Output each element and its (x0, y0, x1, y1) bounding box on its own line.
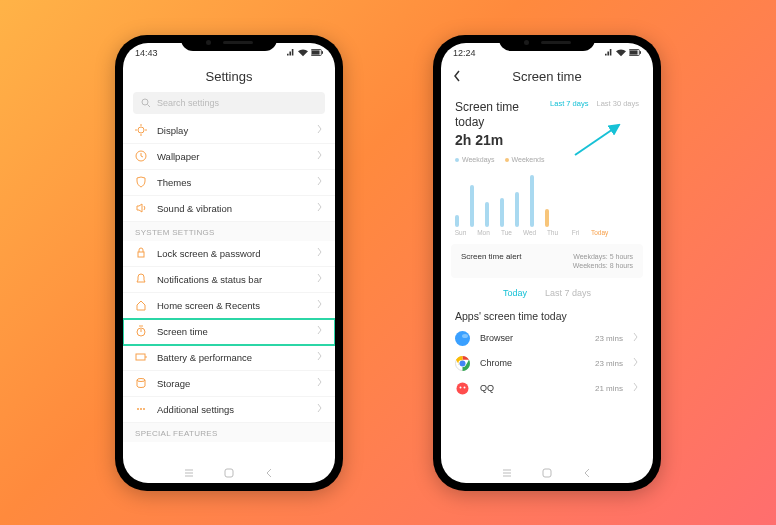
settings-row-clock[interactable]: Wallpaper (123, 144, 335, 170)
svg-rect-11 (138, 252, 144, 257)
tab-today[interactable]: Today (503, 288, 527, 298)
svg-point-32 (460, 360, 466, 366)
chevron-right-icon (317, 299, 323, 311)
android-nav[interactable] (441, 465, 653, 481)
page-title: Screen time (441, 63, 653, 92)
svg-rect-24 (225, 469, 233, 477)
bar-Tue (485, 202, 489, 227)
legend-weekdays: Weekdays (455, 156, 495, 163)
chevron-right-icon (633, 332, 639, 344)
row-label: Themes (157, 177, 307, 188)
bar-Fri (530, 175, 534, 227)
screentime-alert-row[interactable]: Screen time alert Weekdays: 5 hours Week… (451, 244, 643, 278)
settings-row-storage[interactable]: Storage (123, 371, 335, 397)
android-nav[interactable] (123, 465, 335, 481)
svg-rect-39 (543, 469, 551, 477)
phone-right: 12:24 Screen time Screen time today 2h 2… (433, 35, 661, 491)
tab-last7[interactable]: Last 7 days (545, 288, 591, 298)
apps-heading: Apps' screen time today (441, 304, 653, 326)
bar-Mon (470, 185, 474, 227)
chevron-right-icon (317, 403, 323, 415)
svg-point-3 (142, 99, 148, 105)
app-row-qq[interactable]: QQ 21 mins (441, 376, 653, 401)
search-input[interactable]: Search settings (133, 92, 325, 114)
xlabel-Sun: Sun (453, 229, 468, 236)
nav-back-icon[interactable] (264, 468, 274, 478)
settings-row-timer[interactable]: Screen time (123, 319, 335, 345)
timer-icon (135, 325, 147, 337)
more-icon (135, 403, 147, 415)
title-label: Screen time (512, 69, 581, 84)
notch (181, 35, 277, 51)
search-placeholder: Search settings (157, 98, 219, 108)
range-last7[interactable]: Last 7 days (550, 99, 588, 108)
back-button[interactable] (453, 70, 461, 85)
battery-icon (135, 351, 147, 363)
xlabel-Mon: Mon (476, 229, 491, 236)
status-icons (287, 49, 323, 57)
nav-back-icon[interactable] (582, 468, 592, 478)
xlabel-Wed: Wed (522, 229, 537, 236)
app-time: 21 mins (595, 384, 623, 393)
svg-point-30 (462, 334, 468, 338)
svg-point-19 (140, 408, 142, 410)
summary-line2: today (455, 115, 639, 130)
app-row-chrome[interactable]: Chrome 23 mins (441, 351, 653, 376)
settings-row-lock[interactable]: Lock screen & password (123, 241, 335, 267)
range-last30[interactable]: Last 30 days (596, 99, 639, 108)
app-name: QQ (480, 383, 585, 393)
bell-icon (135, 273, 147, 285)
svg-point-35 (464, 386, 466, 388)
svg-point-17 (137, 379, 145, 382)
settings-row-sun[interactable]: Display (123, 118, 335, 144)
app-icon (455, 331, 470, 346)
svg-point-18 (137, 408, 139, 410)
row-label: Screen time (157, 326, 307, 337)
clock-icon (135, 150, 147, 162)
svg-point-20 (143, 408, 145, 410)
chevron-right-icon (317, 124, 323, 136)
nav-home-icon[interactable] (224, 468, 234, 478)
period-tabs[interactable]: Today Last 7 days (441, 282, 653, 304)
alert-label: Screen time alert (461, 252, 521, 270)
shield-icon (135, 176, 147, 188)
row-label: Battery & performance (157, 352, 307, 363)
app-time: 23 mins (595, 359, 623, 368)
section-special: SPECIAL FEATURES (123, 423, 335, 442)
settings-row-battery[interactable]: Battery & performance (123, 345, 335, 371)
settings-row-bell[interactable]: Notifications & status bar (123, 267, 335, 293)
chevron-right-icon (317, 150, 323, 162)
sun-icon (135, 124, 147, 136)
chevron-right-icon (317, 325, 323, 337)
summary-value: 2h 21m (455, 132, 639, 148)
svg-point-29 (455, 331, 470, 346)
search-icon (141, 98, 151, 108)
chevron-right-icon (317, 247, 323, 259)
section-system: SYSTEM SETTINGS (123, 222, 335, 241)
bar-Thu (515, 192, 519, 227)
svg-point-34 (460, 386, 462, 388)
settings-row-home[interactable]: Home screen & Recents (123, 293, 335, 319)
settings-row-shield[interactable]: Themes (123, 170, 335, 196)
screentime-chart (455, 171, 639, 227)
row-label: Notifications & status bar (157, 274, 307, 285)
nav-recent-icon[interactable] (184, 468, 194, 478)
nav-home-icon[interactable] (542, 468, 552, 478)
app-row-browser[interactable]: Browser 23 mins (441, 326, 653, 351)
notch (499, 35, 595, 51)
svg-rect-1 (312, 50, 320, 54)
row-label: Lock screen & password (157, 248, 307, 259)
app-name: Browser (480, 333, 585, 343)
settings-row-more[interactable]: Additional settings (123, 397, 335, 423)
row-label: Home screen & Recents (157, 300, 307, 311)
chevron-right-icon (317, 377, 323, 389)
nav-recent-icon[interactable] (502, 468, 512, 478)
xlabel-Thu: Thu (545, 229, 560, 236)
storage-icon (135, 377, 147, 389)
range-selector[interactable]: Last 7 days Last 30 days (550, 99, 639, 108)
settings-row-sound[interactable]: Sound & vibration (123, 196, 335, 222)
svg-rect-2 (322, 51, 323, 54)
sound-icon (135, 202, 147, 214)
app-name: Chrome (480, 358, 585, 368)
screen-screentime: 12:24 Screen time Screen time today 2h 2… (441, 43, 653, 483)
